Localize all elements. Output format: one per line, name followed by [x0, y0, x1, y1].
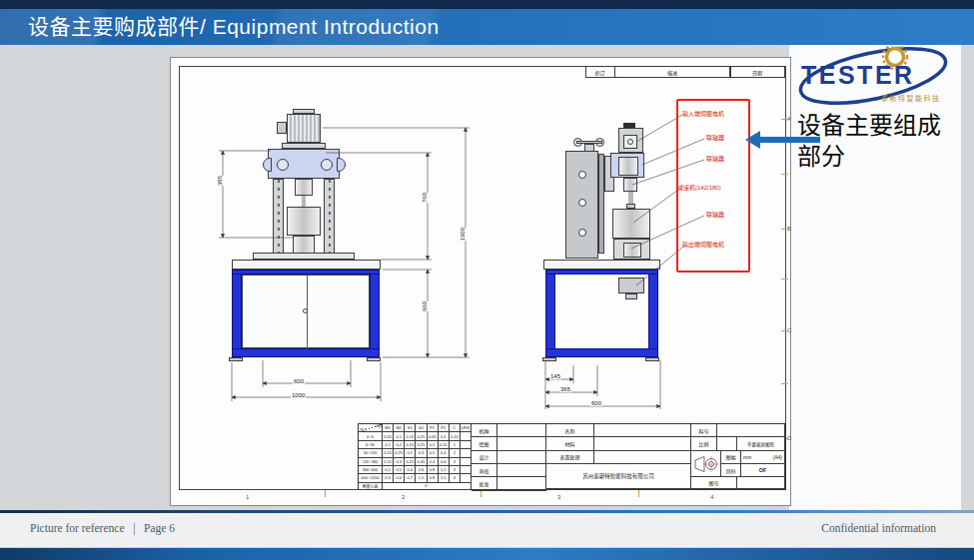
tolerance-cell: 0.3: [394, 458, 405, 466]
tolerance-cell: 600~1200: [359, 474, 383, 482]
side-note: 设备主要组成部分: [797, 111, 959, 173]
process-row: 机种: [472, 424, 546, 437]
tolerance-rows: M1 M2 S1 S2 P1 P2 C UNS 0~6 0.05 0.1: [359, 424, 472, 483]
no-scale-note: 不要缩放图纸: [737, 437, 785, 450]
tolerance-cell: 0.5: [394, 466, 405, 474]
tolerance-cell: P2: [439, 424, 450, 432]
info-label: 名称: [546, 424, 594, 437]
tolerance-cell: 0.25: [416, 432, 427, 440]
process-value: [497, 437, 546, 450]
tolerance-cell: 30~120: [359, 449, 383, 457]
tolerance-row: 0~6 0.05 0.1 0.15 0.25 0.05 0.1 0.15: [359, 432, 472, 440]
tolerance-cell: 0.6: [439, 458, 450, 466]
info-column: 名称 材料 表面处理 苏州泰斯特智能科技有限公司: [546, 424, 691, 489]
process-label: 审核: [472, 464, 497, 477]
footer-left-text: Picture for reference | Page 6: [30, 522, 175, 534]
annotation-reducer: 减速机(142/180): [677, 185, 721, 192]
company-name: 苏州泰斯特智能科技有限公司: [546, 464, 691, 489]
corner-top-label: 公差: [375, 424, 382, 428]
info-row: 材料: [546, 437, 691, 450]
dim-660: 660: [421, 301, 429, 311]
tolerance-cell: [461, 466, 472, 474]
tolerance-cell: 0.7: [405, 474, 416, 482]
tolerance-cell: 1: [450, 441, 461, 449]
process-row: 设计: [472, 451, 546, 464]
tolerance-cell: 0.2: [405, 449, 416, 457]
tolerance-cell: 120~360: [359, 458, 383, 466]
process-label: 批准: [472, 477, 497, 490]
tolerance-row: 30~120 0.15 0.25 0.2 0.3 0.2 0.4 2: [359, 449, 472, 457]
tolerance-cell: 0.15: [439, 441, 450, 449]
bottom-accent-bar: [0, 547, 974, 560]
tolerance-cell: 0.15: [383, 458, 394, 466]
info-value: [594, 424, 691, 437]
process-value: [497, 451, 546, 464]
tolerance-corner: 公差 尺寸: [359, 424, 383, 432]
info-label: 材料: [546, 437, 594, 450]
tolerance-cell: 0.15: [450, 432, 461, 440]
info-rows: 名称 材料 表面处理: [546, 424, 691, 464]
title-banner: 设备主要购成部件/ Equipment Introduction: [0, 9, 974, 45]
tolerance-cell: M2: [394, 424, 405, 432]
tolerance-cell: 1.2: [439, 466, 450, 474]
process-label: 绘图: [472, 437, 497, 450]
slide-content: 修订 描述 日期 A B C D 1 2 3 4: [0, 45, 974, 510]
tolerance-cell: S2: [416, 424, 427, 432]
footer-reference: Picture for reference: [30, 522, 125, 534]
logo-subtitle: 泰斯特智能科技: [881, 93, 941, 103]
pointer-arrow-head-icon: [745, 131, 760, 149]
scale-label: 比例: [691, 437, 717, 450]
right-column: 料号 比例 不要缩放图纸: [691, 424, 785, 489]
info-row: 名称: [546, 424, 691, 437]
tolerance-cell: [461, 449, 472, 457]
footer-pipe: |: [133, 522, 135, 534]
process-row: 审核: [472, 464, 546, 477]
tolerance-cell: [461, 458, 472, 466]
tolerance-cell: 0.1: [439, 432, 450, 440]
tolerance-cell: [461, 432, 472, 440]
tolerance-cell: 0.6: [416, 466, 427, 474]
tolerance-cell: 0.4: [428, 458, 439, 466]
process-value: [497, 424, 546, 437]
tolerance-table: M1 M2 S1 S2 P1 P2 C UNS 0~6 0.05 0.1: [359, 424, 472, 489]
corner-bottom-label: 尺寸: [360, 428, 367, 432]
tolerance-row: 360~600 0.2 0.5 0.4 0.6 0.8 1.2 3: [359, 466, 472, 474]
dim-760: 760: [421, 193, 429, 203]
annotation-coupling-3: 联轴器: [706, 212, 724, 219]
tolerance-cell: 1.5: [439, 474, 450, 482]
size-format: (A4): [773, 454, 782, 460]
tolerance-cell: 0~6: [359, 432, 383, 440]
tolerance-cell: 0.1: [394, 432, 405, 440]
page-label: 页码: [721, 464, 741, 477]
process-row: 绘图: [472, 437, 546, 450]
process-value: [497, 477, 546, 490]
top-accent-bar: [0, 0, 974, 9]
logo-brand-text: TESTER: [801, 63, 915, 88]
dim-600-front: 600: [293, 378, 305, 384]
annotation-coupling-2: 联轴器: [706, 156, 724, 163]
size-mm: mm: [743, 454, 751, 460]
tolerance-cell: [461, 441, 472, 449]
tolerance-cell: 0.1: [428, 441, 439, 449]
tolerance-cell: 2: [450, 449, 461, 457]
tolerance-cell: 0.25: [405, 458, 416, 466]
tolerance-cell: 0.8: [428, 474, 439, 482]
tester-logo: TESTER 泰斯特智能科技: [795, 46, 961, 108]
tolerance-cell: 0.25: [416, 441, 427, 449]
tolerance-cell: 1.1: [416, 474, 427, 482]
tolerance-cell: 0.45: [416, 458, 427, 466]
size-label: 图幅: [721, 451, 741, 464]
process-value: [497, 464, 546, 477]
tolerance-cell: 0.4: [439, 449, 450, 457]
tolerance-cell: 3: [450, 466, 461, 474]
projection-symbol: [691, 451, 721, 478]
tolerance-cell: 0.1: [383, 441, 394, 449]
dim-385: 385: [216, 176, 224, 186]
dwg-no-label: 图号: [691, 477, 737, 489]
angle-label: 角度公差: [359, 483, 383, 490]
size-value: mm (A4): [741, 451, 785, 464]
tolerance-cell: 0.3: [383, 474, 394, 482]
tolerance-row: 6~30 0.1 0.2 0.15 0.25 0.1 0.15 1: [359, 441, 472, 449]
footer-page-number: Page 6: [144, 522, 175, 534]
dim-145: 145: [549, 373, 561, 379]
